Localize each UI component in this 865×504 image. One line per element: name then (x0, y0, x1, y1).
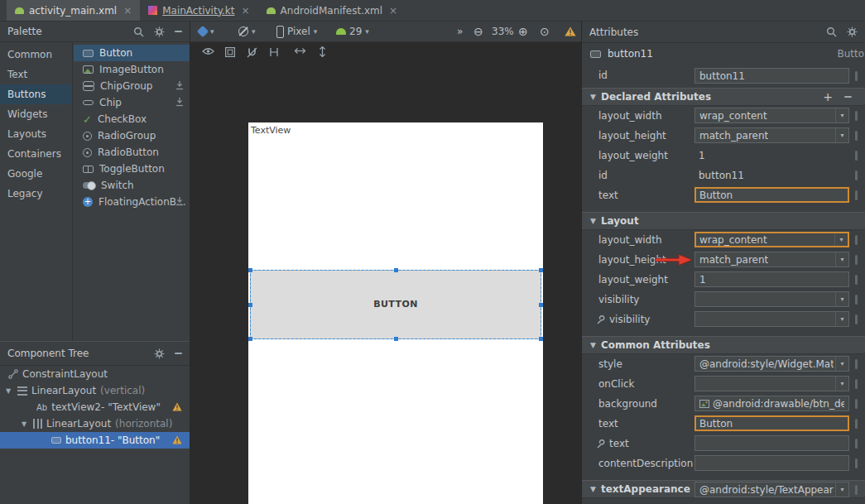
pack-vertical-button[interactable] (319, 46, 326, 58)
palette-item-checkbox[interactable]: ✓ CheckBox (74, 111, 190, 127)
device-selector[interactable]: Pixel ▾ (276, 22, 317, 41)
pin-indicator[interactable] (855, 131, 858, 141)
add-attribute-button[interactable]: + (823, 91, 833, 103)
pin-indicator[interactable] (855, 439, 858, 449)
resize-handle[interactable] (248, 268, 252, 272)
gear-icon[interactable] (847, 26, 858, 37)
palette-item-togglebutton[interactable]: ToggleButton (74, 161, 190, 177)
download-icon[interactable] (175, 197, 184, 206)
background-input[interactable]: @android:drawable/btn_defau (694, 396, 849, 411)
tree-item-linearlayout-vertical[interactable]: ▼ LinearLayout (vertical) (0, 382, 190, 399)
pin-indicator[interactable] (855, 379, 858, 389)
tab-androidmanifest-xml[interactable]: AndroidManifest.xml × (258, 0, 406, 21)
resize-handle[interactable] (539, 268, 543, 272)
pin-indicator[interactable] (855, 399, 858, 409)
orientation-selector[interactable]: ▾ (238, 22, 256, 41)
layout-width-combo[interactable]: wrap_content ▾ (694, 232, 849, 247)
search-icon[interactable] (133, 26, 144, 37)
palette-category-buttons[interactable]: Buttons (0, 84, 72, 104)
tree-item-linearlayout-horizontal[interactable]: ▼ LinearLayout (horizontal) (0, 415, 190, 432)
attr-value[interactable]: 1 (699, 150, 705, 161)
resize-handle[interactable] (394, 268, 398, 272)
pin-indicator[interactable] (855, 71, 858, 81)
close-icon[interactable]: × (123, 5, 132, 17)
palette-item-chipgroup[interactable]: ChipGroup (74, 78, 190, 94)
chevron-down-icon[interactable]: ▼ (6, 387, 13, 395)
pin-indicator[interactable] (855, 235, 858, 245)
view-options-button[interactable] (202, 47, 214, 55)
palette-category-legacy[interactable]: Legacy (0, 184, 72, 204)
tab-mainactivity-kt[interactable]: MainActivity.kt × (140, 0, 257, 21)
design-canvas[interactable]: TextView BUTTON (248, 122, 543, 504)
chevron-down-icon[interactable]: ▾ (835, 377, 848, 391)
zoom-to-fit-button[interactable]: ⊙ (540, 22, 550, 41)
palette-item-radiobutton[interactable]: RadioButton (74, 144, 190, 161)
layout-height-combo[interactable]: match_parent ▾ (694, 127, 849, 143)
resize-handle[interactable] (248, 337, 252, 341)
pin-indicator[interactable] (855, 151, 858, 161)
tree-item-textview2[interactable]: Ab textView2- "TextView" (0, 399, 190, 415)
contentdescription-input[interactable] (694, 455, 849, 471)
pin-indicator[interactable] (855, 111, 858, 121)
chevron-down-icon[interactable]: ▼ (22, 420, 29, 428)
palette-category-google[interactable]: Google (0, 164, 72, 184)
layout-height-combo[interactable]: match_parent ▾ (694, 252, 849, 267)
palette-item-floatingactionbutton[interactable]: + FloatingActionB... (74, 194, 190, 210)
chevron-down-icon[interactable]: ▾ (835, 482, 848, 497)
tab-activity-main-xml[interactable]: activity_main.xml × (7, 0, 140, 21)
section-layout[interactable]: ▼ Layout (582, 212, 865, 230)
chevron-down-icon[interactable]: ▾ (835, 312, 848, 326)
text-input[interactable]: Button (694, 415, 849, 431)
palette-category-layouts[interactable]: Layouts (0, 124, 72, 144)
section-declared-attributes[interactable]: ▼ Declared Attributes + (582, 88, 865, 106)
chevron-down-icon[interactable]: ▾ (835, 108, 848, 122)
chevron-down-icon[interactable]: ▾ (834, 233, 848, 246)
palette-item-imagebutton[interactable]: ImageButton (74, 61, 190, 78)
onclick-combo[interactable]: ▾ (694, 376, 849, 391)
section-common-attributes[interactable]: ▼ Common Attributes (582, 336, 865, 354)
visibility-combo[interactable]: ▾ (694, 291, 849, 307)
palette-item-chip[interactable]: Chip (74, 94, 190, 111)
palette-item-radiogroup[interactable]: RadioGroup (74, 127, 190, 144)
canvas-textview-widget[interactable]: TextView (251, 125, 291, 136)
palette-category-widgets[interactable]: Widgets (0, 104, 72, 124)
pin-indicator[interactable] (855, 275, 858, 285)
default-margins-button[interactable] (269, 47, 279, 57)
palette-category-common[interactable]: Common (0, 45, 72, 65)
palette-item-button[interactable]: Button (74, 45, 190, 61)
zoom-in-button[interactable]: ⊕ (518, 22, 528, 41)
tools-text-input[interactable] (694, 435, 849, 451)
warnings-button[interactable] (565, 22, 576, 41)
pin-indicator[interactable] (855, 419, 858, 429)
download-icon[interactable] (175, 81, 184, 90)
clear-constraints-button[interactable] (294, 47, 306, 55)
textappearance-combo[interactable]: @android:style/TextAppear ▾ (694, 482, 849, 497)
canvas-button-widget[interactable]: BUTTON (250, 270, 541, 339)
pin-indicator[interactable] (855, 295, 858, 305)
resize-handle[interactable] (539, 337, 543, 341)
resize-handle[interactable] (394, 337, 398, 341)
chevron-down-icon[interactable]: ▾ (835, 128, 848, 142)
minimize-icon[interactable] (175, 31, 182, 32)
resize-handle[interactable] (539, 303, 543, 307)
text-input[interactable]: Button (694, 187, 849, 203)
zoom-out-button[interactable]: ⊖ (473, 22, 483, 41)
pin-indicator[interactable] (855, 485, 858, 495)
palette-category-text[interactable]: Text (0, 65, 72, 84)
chevron-down-icon[interactable]: ▾ (835, 252, 848, 266)
pin-indicator[interactable] (855, 170, 858, 180)
style-combo[interactable]: @android:style/Widget.Mat ▾ (694, 356, 849, 372)
tools-visibility-combo[interactable]: ▾ (694, 311, 849, 327)
autoconnect-off-button[interactable] (247, 47, 257, 58)
pin-indicator[interactable] (855, 359, 858, 369)
tree-item-constraintlayout[interactable]: ConstraintLayout (0, 366, 190, 382)
pin-indicator[interactable] (855, 255, 858, 265)
chevron-down-icon[interactable]: ▾ (835, 292, 848, 306)
resize-handle[interactable] (248, 303, 252, 307)
layout-weight-input[interactable]: 1 (694, 271, 849, 287)
overflow-chevrons[interactable]: » (457, 22, 463, 41)
pin-indicator[interactable] (855, 314, 858, 324)
minimize-icon[interactable] (175, 353, 182, 354)
search-icon[interactable] (826, 26, 837, 37)
close-icon[interactable]: × (242, 5, 250, 17)
